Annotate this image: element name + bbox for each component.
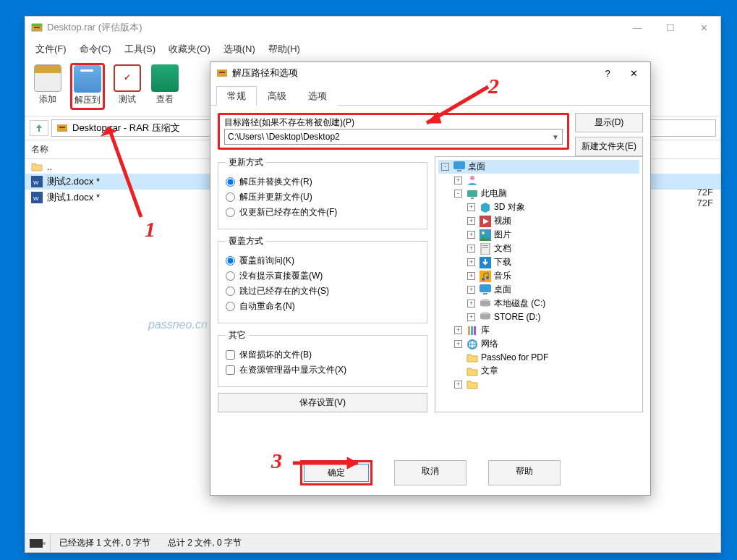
misc-opt-broken[interactable]: 保留损坏的文件(B) — [226, 349, 419, 361]
update-group: 更新方式 解压并替换文件(R) 解压并更新文件(U) 仅更新已经存在的文件(F) — [218, 156, 427, 229]
svg-text:W: W — [33, 179, 39, 186]
tree-expander[interactable]: + — [454, 340, 462, 348]
pics-icon — [480, 229, 491, 241]
tree-expander[interactable]: + — [467, 313, 475, 321]
tree-expander[interactable]: + — [467, 245, 475, 253]
show-button[interactable]: 显示(D) — [575, 113, 643, 132]
tree-item[interactable]: +网络 — [438, 337, 639, 351]
tree-item[interactable]: -桌面 — [438, 160, 639, 174]
docx-icon: W — [31, 192, 43, 203]
menu-tools[interactable]: 工具(S) — [119, 40, 161, 59]
tree-expander[interactable]: + — [467, 272, 475, 280]
update-opt-fresh[interactable]: 仅更新已经存在的文件(F) — [226, 206, 419, 219]
up-button[interactable] — [30, 120, 48, 136]
save-settings-button[interactable]: 保存设置(V) — [218, 393, 427, 412]
tree-expander[interactable]: + — [467, 203, 475, 211]
tree-expander[interactable]: + — [467, 231, 475, 239]
tree-item[interactable]: + — [438, 378, 639, 391]
tree-item[interactable]: +3D 对象 — [438, 200, 639, 214]
tree-label: 桌面 — [494, 284, 511, 296]
menu-options[interactable]: 选项(N) — [218, 40, 261, 59]
help-button[interactable]: ? — [597, 68, 618, 79]
update-opt-replace[interactable]: 解压并替换文件(R) — [226, 176, 419, 188]
tree-item[interactable]: +桌面 — [438, 283, 639, 297]
tree-expander[interactable]: + — [467, 258, 475, 266]
svg-rect-2 — [34, 27, 40, 28]
tree-expander[interactable]: + — [454, 326, 462, 334]
tree-item[interactable]: + — [438, 174, 639, 187]
tree-expander[interactable]: + — [454, 177, 462, 184]
tree-label: 此电脑 — [481, 187, 507, 200]
tree-item[interactable]: +本地磁盘 (C:) — [438, 297, 639, 310]
tree-item[interactable]: +库 — [438, 323, 639, 337]
tree-item[interactable]: 文章 — [438, 364, 639, 378]
status-selection: 已经选择 1 文件, 0 字节 — [51, 534, 159, 552]
svg-rect-33 — [468, 326, 470, 335]
svg-rect-13 — [453, 161, 465, 169]
winrar-icon — [216, 67, 228, 79]
tree-label: 下载 — [494, 256, 511, 268]
dest-path-combo[interactable]: C:\Users\ \Desktop\Desktop2 ▼ — [224, 129, 563, 145]
misc-opt-explorer[interactable]: 在资源管理器中显示文件(X) — [226, 364, 419, 376]
toolbar-add[interactable]: 添加 — [33, 63, 63, 107]
svg-rect-12 — [219, 72, 225, 73]
tree-expander[interactable]: + — [467, 286, 475, 294]
tree-label: 视频 — [494, 215, 511, 227]
toolbar-extract[interactable]: 解压到 — [70, 63, 105, 110]
folder-tree[interactable]: -桌面+-此电脑+3D 对象+视频+图片+文档+下载+音乐+桌面+本地磁盘 (C… — [435, 156, 643, 412]
tree-item[interactable]: +图片 — [438, 228, 639, 242]
svg-rect-16 — [467, 190, 477, 197]
svg-rect-34 — [471, 326, 473, 335]
menu-favorites[interactable]: 收藏夹(O) — [163, 40, 216, 59]
tree-expander[interactable]: - — [441, 163, 449, 171]
tree-item[interactable]: +下载 — [438, 255, 639, 269]
tree-expander[interactable]: + — [467, 300, 475, 307]
tree-expander[interactable]: + — [467, 217, 475, 225]
tree-item[interactable]: +STORE (D:) — [438, 310, 639, 323]
tree-label: 桌面 — [468, 161, 485, 173]
tree-item[interactable]: -此电脑 — [438, 187, 639, 200]
annotation-3: 3 — [271, 449, 282, 473]
minimize-button[interactable]: — — [621, 17, 654, 38]
folder-icon — [467, 365, 478, 377]
tree-item[interactable]: +音乐 — [438, 269, 639, 283]
svg-rect-29 — [480, 284, 491, 292]
tree-item[interactable]: +文档 — [438, 242, 639, 255]
dialog-body: 目标路径(如果不存在将被创建)(P) C:\Users\ \Desktop\De… — [210, 106, 650, 453]
maximize-button[interactable]: ☐ — [654, 17, 687, 38]
tree-expander[interactable]: + — [454, 381, 462, 389]
toolbar-test[interactable]: 测试 — [112, 63, 142, 107]
tab-options[interactable]: 选项 — [297, 86, 338, 106]
tree-label: 文章 — [481, 365, 498, 377]
tab-advanced[interactable]: 高级 — [257, 86, 297, 106]
tree-item[interactable]: PassNeo for PDF — [438, 351, 639, 364]
close-button[interactable]: ✕ — [687, 17, 720, 38]
tab-general[interactable]: 常规 — [216, 86, 257, 106]
menu-help[interactable]: 帮助(H) — [263, 40, 306, 59]
new-folder-button[interactable]: 新建文件夹(E) — [575, 137, 643, 156]
svg-rect-17 — [471, 198, 474, 199]
tree-label: PassNeo for PDF — [481, 352, 548, 362]
dialog-close-button[interactable]: ✕ — [623, 68, 644, 79]
tree-label: 音乐 — [494, 270, 511, 282]
music-icon — [480, 271, 491, 282]
cancel-button[interactable]: 取消 — [394, 460, 467, 485]
over-opt-ask[interactable]: 覆盖前询问(K) — [226, 255, 419, 267]
tree-item[interactable]: +视频 — [438, 214, 639, 228]
dest-path-value: C:\Users\ \Desktop\Desktop2 — [228, 132, 340, 142]
toolbar-view[interactable]: 查看 — [150, 63, 180, 107]
update-opt-update[interactable]: 解压并更新文件(U) — [226, 191, 419, 203]
menu-file[interactable]: 文件(F) — [30, 40, 72, 59]
over-opt-skip[interactable]: 跳过已经存在的文件(S) — [226, 285, 419, 297]
docx-icon: W — [31, 176, 43, 187]
overwrite-group: 覆盖方式 覆盖前询问(K) 没有提示直接覆盖(W) 跳过已经存在的文件(S) 自… — [218, 235, 427, 323]
tree-expander[interactable]: - — [454, 190, 462, 198]
archive-icon — [56, 122, 68, 134]
titlebar: Desktop.rar (评估版本) — ☐ ✕ — [25, 17, 720, 38]
help-button[interactable]: 帮助 — [488, 460, 561, 485]
arrow-3 — [289, 452, 369, 474]
down-icon — [480, 257, 491, 268]
menu-command[interactable]: 命令(C) — [74, 40, 117, 59]
over-opt-force[interactable]: 没有提示直接覆盖(W) — [226, 270, 419, 282]
over-opt-rename[interactable]: 自动重命名(N) — [226, 300, 419, 313]
